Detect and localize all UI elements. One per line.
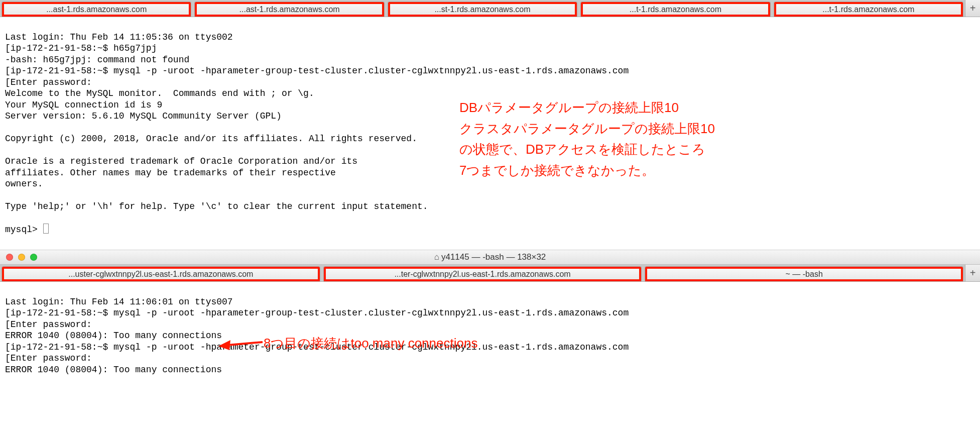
terminal-line: [ip-172-21-91-58:~$ mysql -p -uroot -hpa… <box>5 342 629 352</box>
window-title-text: y41145 — -bash — 138×32 <box>441 252 546 262</box>
terminal-tab[interactable]: ...ast-1.rds.amazonaws.com <box>194 2 384 17</box>
bottom-tab-bar: ...uster-cglwxtnnpy2l.us-east-1.rds.amaz… <box>0 265 980 282</box>
terminal-line: -bash: h65g7jpj: command not found <box>5 55 189 65</box>
bottom-terminal-window: ⌂y41145 — -bash — 138×32 ...uster-cglwxt… <box>0 250 980 390</box>
terminal-line: owners. <box>5 179 43 189</box>
window-titlebar[interactable]: ⌂y41145 — -bash — 138×32 <box>0 250 980 265</box>
terminal-tab[interactable]: ...ter-cglwxtnnpy2l.us-east-1.rds.amazon… <box>323 266 642 281</box>
terminal-line: [ip-172-21-91-58:~$ mysql -p -uroot -hpa… <box>5 308 629 318</box>
terminal-line: [ip-172-21-91-58:~$ h65g7jpj <box>5 43 157 53</box>
terminal-line: Copyright (c) 2000, 2018, Oracle and/or … <box>5 134 417 144</box>
terminal-tab[interactable]: ...st-1.rds.amazonaws.com <box>388 2 577 17</box>
terminal-line: mysql> <box>5 225 43 235</box>
terminal-line: Your MySQL connection id is 9 <box>5 100 162 110</box>
terminal-line: [Enter password: <box>5 319 92 330</box>
new-tab-button[interactable]: + <box>965 0 980 17</box>
terminal-tab[interactable]: ...t-1.rds.amazonaws.com <box>580 2 770 17</box>
terminal-tab[interactable]: ...ast-1.rds.amazonaws.com <box>2 2 191 17</box>
top-terminal-output[interactable]: Last login: Thu Feb 14 11:05:36 on ttys0… <box>0 17 980 250</box>
terminal-line: Oracle is a registered trademark of Orac… <box>5 156 357 166</box>
terminal-line: [Enter password: <box>5 353 92 363</box>
terminal-tab[interactable]: ...t-1.rds.amazonaws.com <box>774 2 963 17</box>
terminal-line: Last login: Thu Feb 14 11:05:36 on ttys0… <box>5 32 233 42</box>
terminal-line: Type 'help;' or '\h' for help. Type '\c'… <box>5 201 428 211</box>
traffic-lights <box>0 254 37 261</box>
terminal-line: Server version: 5.6.10 MySQL Community S… <box>5 111 282 121</box>
terminal-tab[interactable]: ...uster-cglwxtnnpy2l.us-east-1.rds.amaz… <box>2 266 320 281</box>
terminal-line: ERROR 1040 (08004): Too many connections <box>5 365 222 375</box>
terminal-line: Welcome to the MySQL monitor. Commands e… <box>5 88 314 98</box>
minimize-window-button[interactable] <box>18 254 25 261</box>
terminal-line: [Enter password: <box>5 77 92 87</box>
bottom-terminal-output[interactable]: Last login: Thu Feb 14 11:06:01 on ttys0… <box>0 282 980 390</box>
top-tab-bar: ...ast-1.rds.amazonaws.com ...ast-1.rds.… <box>0 0 980 17</box>
top-terminal-window: ...ast-1.rds.amazonaws.com ...ast-1.rds.… <box>0 0 980 250</box>
close-window-button[interactable] <box>6 254 13 261</box>
window-title: ⌂y41145 — -bash — 138×32 <box>0 252 980 262</box>
cursor-icon <box>43 224 49 234</box>
home-icon: ⌂ <box>434 252 439 262</box>
terminal-tab[interactable]: ~ — -bash <box>645 266 963 281</box>
terminal-line: ERROR 1040 (08004): Too many connections <box>5 331 222 341</box>
terminal-line: Last login: Thu Feb 14 11:06:01 on ttys0… <box>5 297 233 307</box>
new-tab-button[interactable]: + <box>965 265 980 281</box>
terminal-line: [ip-172-21-91-58:~$ mysql -p -uroot -hpa… <box>5 66 629 76</box>
terminal-line: affiliates. Other names may be trademark… <box>5 168 336 178</box>
zoom-window-button[interactable] <box>30 254 37 261</box>
